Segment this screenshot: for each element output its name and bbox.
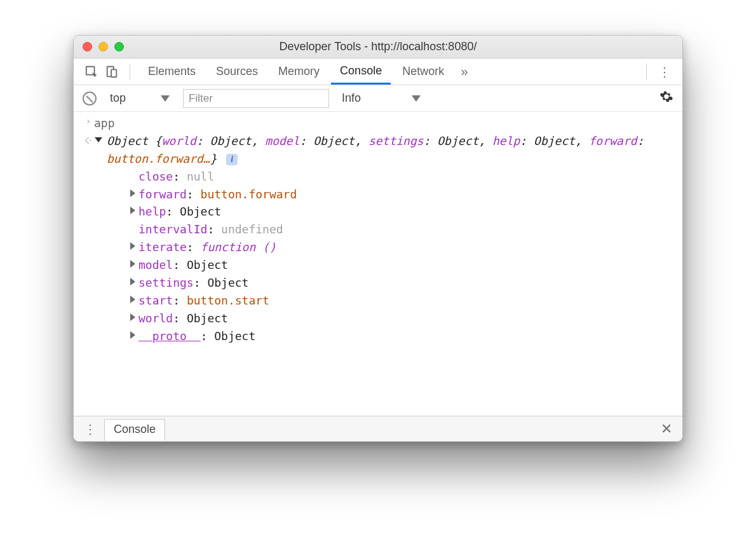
console-result-row: Object {world: Object, model: Object, se… [74, 132, 682, 345]
log-level-select[interactable]: Info [337, 90, 426, 107]
expand-toggle-icon[interactable] [128, 292, 137, 303]
expand-toggle-icon[interactable] [128, 327, 137, 339]
devtools-window: Developer Tools - http://localhost:8080/… [73, 35, 683, 442]
close-window-button[interactable] [83, 42, 92, 51]
property-text: intervalId: undefined [138, 221, 283, 238]
kebab-menu-icon[interactable]: ⋮ [656, 64, 673, 79]
tab-label: Sources [216, 65, 258, 78]
drawer-tab-label: Console [114, 423, 156, 435]
expand-toggle-icon[interactable] [128, 238, 137, 250]
drawer-kebab-icon[interactable]: ⋮ [80, 421, 100, 437]
expand-toggle-icon[interactable] [128, 256, 137, 268]
chevron-down-icon [412, 95, 421, 102]
info-badge-icon[interactable]: i [226, 154, 238, 165]
overflow-tabs-icon[interactable]: » [456, 63, 473, 81]
drawer: ⋮ Console ✕ [74, 416, 682, 441]
object-property-tree: close: nullforward: button.forwardhelp: … [94, 168, 673, 345]
input-chevron-icon: › [83, 114, 94, 129]
property-text: help: Object [138, 203, 221, 221]
property-row[interactable]: world: Object [125, 310, 673, 327]
zoom-window-button[interactable] [114, 42, 124, 51]
filter-input[interactable] [183, 89, 329, 108]
traffic-lights [74, 42, 124, 51]
expand-toggle-icon[interactable] [128, 274, 137, 285]
console-output[interactable]: › app Object {world: Object, model: Obje… [74, 112, 682, 416]
context-label: top [110, 92, 126, 105]
drawer-close-icon[interactable]: ✕ [657, 421, 676, 437]
property-text: world: Object [138, 310, 228, 327]
property-row[interactable]: iterate: function () [125, 238, 673, 256]
object-expand-toggle[interactable] [94, 132, 103, 142]
property-row[interactable]: proto : Object [125, 327, 673, 345]
minimize-window-button[interactable] [98, 42, 108, 51]
tab-console[interactable]: Console [331, 58, 391, 85]
expand-toggle-icon[interactable] [128, 310, 137, 321]
chevron-down-icon [161, 95, 170, 102]
clear-console-icon[interactable] [83, 92, 97, 106]
property-text: proto : Object [138, 327, 255, 345]
console-input-row: › app [74, 114, 682, 132]
property-row[interactable]: forward: button.forward [125, 186, 673, 203]
property-row[interactable]: start: button.start [125, 292, 673, 310]
svg-point-3 [90, 140, 91, 141]
tab-label: Console [340, 64, 382, 78]
tab-elements[interactable]: Elements [139, 58, 205, 85]
tab-network[interactable]: Network [393, 58, 453, 85]
titlebar: Developer Tools - http://localhost:8080/ [74, 36, 682, 58]
window-title: Developer Tools - http://localhost:8080/ [74, 40, 682, 53]
tab-label: Memory [278, 65, 320, 78]
property-row[interactable]: help: Object [125, 203, 673, 221]
tab-label: Network [402, 65, 444, 78]
execution-context-select[interactable]: top [104, 89, 175, 107]
property-text: close: null [138, 168, 214, 186]
divider [130, 64, 130, 80]
console-filterbar: top Info [74, 85, 682, 112]
property-text: iterate: function () [138, 238, 276, 256]
level-label: Info [342, 92, 361, 105]
property-row[interactable]: intervalId: undefined [125, 221, 673, 238]
console-settings-icon[interactable] [659, 90, 673, 107]
input-command: app [94, 114, 673, 132]
output-chevron-icon [83, 132, 94, 149]
drawer-tab-console[interactable]: Console [104, 419, 165, 441]
expand-toggle-icon[interactable] [128, 203, 137, 214]
property-row[interactable]: model: Object [125, 256, 673, 274]
property-text: start: button.start [138, 292, 269, 310]
property-row[interactable]: close: null [125, 168, 673, 186]
tab-label: Elements [148, 65, 196, 78]
panel-tabbar: Elements Sources Memory Console Network … [74, 58, 682, 85]
svg-rect-2 [111, 69, 116, 77]
divider [646, 64, 647, 80]
property-text: model: Object [138, 256, 228, 274]
property-text: forward: button.forward [138, 186, 297, 203]
tab-sources[interactable]: Sources [207, 58, 267, 85]
property-row[interactable]: settings: Object [125, 274, 673, 292]
property-text: settings: Object [138, 274, 248, 292]
tab-memory[interactable]: Memory [269, 58, 328, 85]
object-summary[interactable]: Object {world: Object, model: Object, se… [107, 132, 673, 168]
summary-text: Object {world: Object, model: Object, se… [107, 134, 644, 165]
inspect-element-icon[interactable] [83, 63, 100, 81]
device-toolbar-icon[interactable] [103, 63, 121, 81]
expand-toggle-icon[interactable] [128, 186, 137, 197]
